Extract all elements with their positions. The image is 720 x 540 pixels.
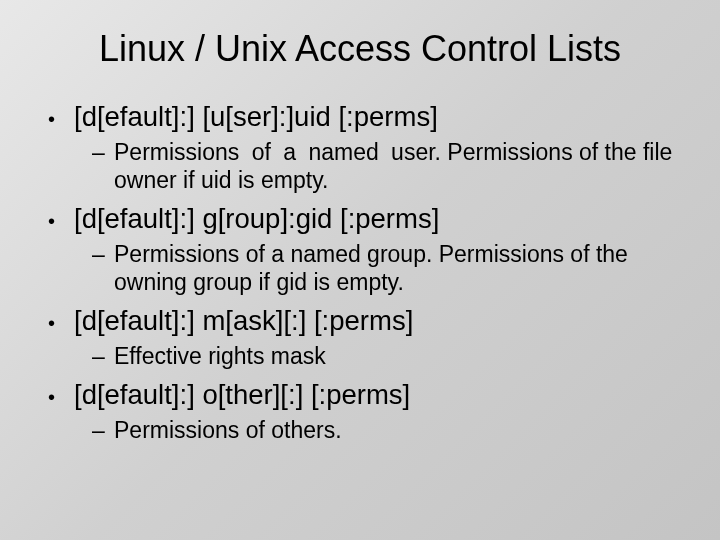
sub-list: – Permissions of a named user. Permissio… [92,138,680,194]
acl-syntax: [d[efault]:] g[roup]:gid [:perms] [74,202,439,236]
dash-icon: – [92,240,114,268]
list-item: • [d[efault]:] m[ask][:] [:perms] – Effe… [48,304,680,370]
acl-desc: Effective rights mask [114,342,326,370]
acl-syntax: [d[efault]:] [u[ser]:]uid [:perms] [74,100,438,134]
dash-icon: – [92,342,114,370]
sub-item: – Permissions of a named group. Permissi… [92,240,680,296]
bullet-icon: • [48,383,74,411]
bullet-icon: • [48,309,74,337]
sub-list: – Permissions of others. [92,416,680,444]
acl-syntax: [d[efault]:] m[ask][:] [:perms] [74,304,413,338]
sub-item: – Permissions of others. [92,416,680,444]
list-item: • [d[efault]:] o[ther][:] [:perms] – Per… [48,378,680,444]
list-item: • [d[efault]:] [u[ser]:]uid [:perms] – P… [48,100,680,194]
slide-title: Linux / Unix Access Control Lists [40,28,680,70]
acl-syntax: [d[efault]:] o[ther][:] [:perms] [74,378,410,412]
sub-item: – Effective rights mask [92,342,680,370]
bullet-icon: • [48,105,74,133]
bullet-list: • [d[efault]:] [u[ser]:]uid [:perms] – P… [48,100,680,444]
acl-desc: Permissions of others. [114,416,342,444]
sub-list: – Permissions of a named group. Permissi… [92,240,680,296]
bullet-icon: • [48,207,74,235]
list-item: • [d[efault]:] g[roup]:gid [:perms] – Pe… [48,202,680,296]
dash-icon: – [92,138,114,166]
acl-desc: Permissions of a named group. Permission… [114,240,680,296]
sub-list: – Effective rights mask [92,342,680,370]
dash-icon: – [92,416,114,444]
sub-item: – Permissions of a named user. Permissio… [92,138,680,194]
acl-desc: Permissions of a named user. Permissions… [114,138,680,194]
